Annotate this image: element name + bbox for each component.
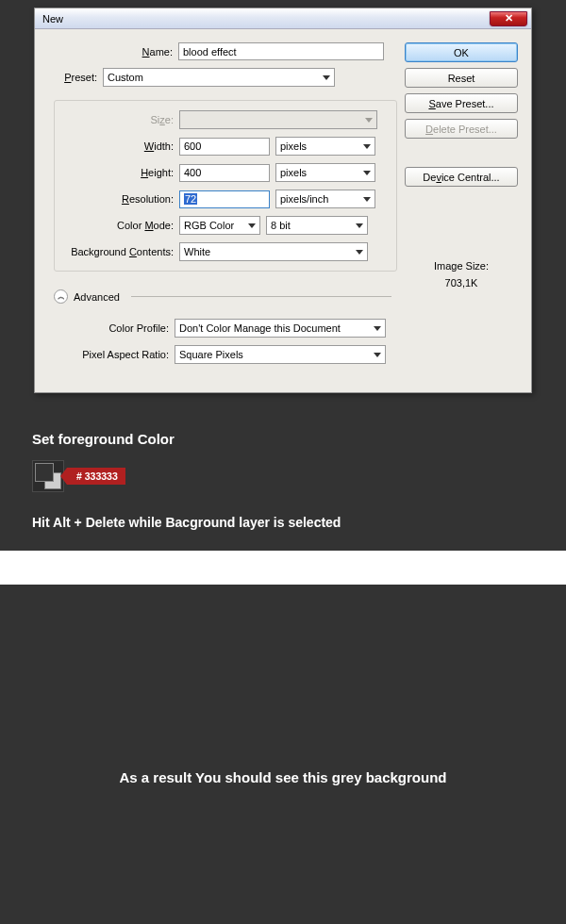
label-pixel-ratio: Pixel Aspect Ratio: xyxy=(54,349,175,360)
color-mode-select[interactable]: RGB Color xyxy=(179,216,260,235)
width-input[interactable] xyxy=(179,138,270,156)
chevron-down-icon xyxy=(323,75,330,80)
bit-depth-select[interactable]: 8 bit xyxy=(266,216,368,235)
pixel-ratio-select[interactable]: Square Pixels xyxy=(175,345,386,364)
ok-button[interactable]: OK xyxy=(405,42,518,62)
chevron-down-icon xyxy=(363,144,371,149)
bg-contents-select[interactable]: White xyxy=(179,242,368,261)
label-name: Name: xyxy=(48,46,178,58)
label-width: Width: xyxy=(64,140,179,152)
preset-select[interactable]: Custom xyxy=(103,68,335,87)
chevron-down-icon xyxy=(363,171,371,175)
device-central-button[interactable]: Device Central... xyxy=(405,167,518,187)
resolution-unit-select[interactable]: pixels/inch xyxy=(275,190,375,208)
label-resolution: Resolution: xyxy=(64,193,179,205)
chevron-down-icon xyxy=(248,223,256,228)
label-size: Size: xyxy=(64,114,179,125)
color-profile-select[interactable]: Don't Color Manage this Document xyxy=(175,319,386,338)
chevron-down-icon xyxy=(374,353,381,357)
step-heading: Set foreground Color xyxy=(32,431,534,447)
size-select xyxy=(179,110,377,129)
label-color-profile: Color Profile: xyxy=(54,322,175,334)
result-preview: As a result You should see this grey bac… xyxy=(0,585,566,924)
delete-preset-button: Delete Preset... xyxy=(405,119,518,139)
result-caption: As a result You should see this grey bac… xyxy=(119,769,446,785)
titlebar-text: New xyxy=(42,13,63,25)
foreground-swatch xyxy=(35,463,54,482)
advanced-group: ︽ Advanced Color Profile: Don't Color Ma… xyxy=(48,283,397,377)
chevron-down-icon xyxy=(356,223,363,228)
label-color-mode: Color Mode: xyxy=(64,220,179,231)
width-unit-select[interactable]: pixels xyxy=(275,137,375,156)
divider-bar xyxy=(0,551,566,585)
collapse-icon[interactable]: ︽ xyxy=(54,289,68,304)
chevron-down-icon xyxy=(356,250,363,255)
label-preset: Preset: xyxy=(48,72,103,83)
chevron-down-icon xyxy=(365,118,373,123)
chevron-down-icon xyxy=(374,326,381,331)
hex-annotation: # 333333 xyxy=(67,468,125,485)
save-preset-button[interactable]: Save Preset... xyxy=(405,93,518,113)
name-input[interactable] xyxy=(178,42,384,60)
reset-button[interactable]: Reset xyxy=(405,68,518,88)
step-tip: Hit Alt + Delete while Bacground layer i… xyxy=(32,515,534,530)
dialog-area: New ✕ Name: Preset: C xyxy=(0,0,566,412)
height-unit-select[interactable]: pixels xyxy=(275,163,375,182)
dimensions-group: Size: Width: pixels xyxy=(54,100,397,272)
label-height: Height: xyxy=(64,167,179,178)
label-bg-contents: Background Contents: xyxy=(64,246,179,257)
resolution-input[interactable]: 72 xyxy=(179,190,270,208)
color-swatch[interactable] xyxy=(32,460,64,492)
image-size-value: 703,1K xyxy=(405,277,518,289)
titlebar[interactable]: New ✕ xyxy=(35,8,531,29)
chevron-down-icon xyxy=(363,197,371,202)
advanced-label: Advanced xyxy=(74,291,120,303)
height-input[interactable] xyxy=(179,164,270,182)
close-icon[interactable]: ✕ xyxy=(490,11,527,26)
new-document-dialog: New ✕ Name: Preset: C xyxy=(34,8,532,393)
image-size-label: Image Size: xyxy=(405,260,518,272)
